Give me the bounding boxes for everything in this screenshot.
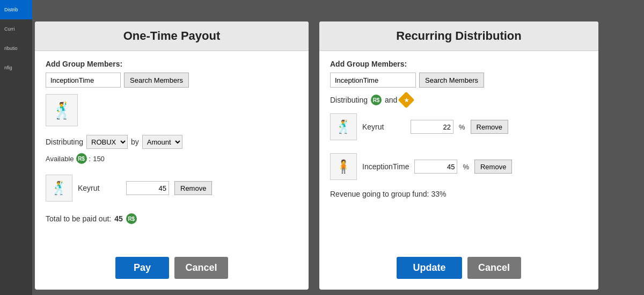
percent-sign-inception: % — [463, 163, 469, 171]
points-icon: ★ — [398, 91, 415, 108]
member-row-keyrut-left: 🕺 Keyrut Remove — [46, 171, 298, 205]
and-label: and — [385, 96, 397, 104]
search-input-right[interactable] — [330, 73, 416, 88]
avatar-preview-left: 🕺 — [46, 94, 78, 126]
member-row-inception-right: 🧍 InceptionTime % Remove — [330, 150, 588, 183]
distributing-row-right: Distributing R$ and ★ — [330, 94, 588, 106]
modal-right-body: Add Group Members: Search Members Distri… — [319, 51, 598, 248]
sidebar-item-distrib[interactable]: Distrib — [0, 0, 32, 19]
cancel-button-left[interactable]: Cancel — [174, 257, 228, 279]
keyrut-percent-input[interactable] — [411, 120, 453, 134]
modal-left-header: One-Time Payout — [35, 21, 309, 51]
member-avatar-keyrut-right: 🕺 — [330, 113, 357, 140]
total-row: Total to be paid out: 45 R$ — [46, 213, 298, 224]
distributing-label-right: Distributing — [330, 96, 368, 104]
modal-left-body: Add Group Members: Search Members 🕺 Dist… — [35, 51, 309, 248]
distributing-label-left: Distributing — [46, 138, 83, 146]
revenue-row: Revenue going to group fund: 33% — [330, 190, 588, 198]
available-row: Available R$ : 150 — [46, 153, 298, 164]
robux-icon-total: R$ — [126, 213, 137, 224]
inception-percent-input[interactable] — [414, 160, 457, 174]
update-button[interactable]: Update — [397, 257, 462, 279]
search-button-left[interactable]: Search Members — [124, 73, 189, 88]
modal-right-footer: Update Cancel — [319, 248, 598, 290]
keyrut-avatar-figure-right: 🕺 — [335, 119, 352, 134]
revenue-label: Revenue going to group fund: — [330, 190, 429, 198]
modals-container: One-Time Payout Add Group Members: Searc… — [30, 16, 644, 295]
modal-left-title: One-Time Payout — [46, 29, 298, 43]
remove-inception-right[interactable]: Remove — [474, 160, 512, 174]
modal-right-header: Recurring Distribution — [319, 21, 598, 51]
avatar-figure-left: 🕺 — [52, 101, 72, 120]
available-separator: : — [89, 155, 91, 163]
remove-keyrut-right[interactable]: Remove — [471, 120, 508, 134]
sidebar-item-nfig[interactable]: nfig — [0, 58, 32, 77]
one-time-payout-modal: One-Time Payout Add Group Members: Searc… — [35, 21, 309, 290]
search-button-right[interactable]: Search Members — [419, 73, 484, 88]
available-amount: 150 — [93, 155, 105, 163]
available-label: Available — [46, 155, 74, 163]
sidebar-item-ributi[interactable]: ributio — [0, 39, 32, 58]
member-name-inception-right: InceptionTime — [362, 162, 409, 171]
search-row-left: Search Members — [46, 73, 298, 88]
inception-avatar-figure-right: 🧍 — [335, 159, 352, 174]
currency-select[interactable]: ROBUX — [86, 135, 128, 149]
modal-left-footer: Pay Cancel — [35, 248, 309, 290]
distributing-row-left: Distributing ROBUX by Amount — [46, 135, 298, 149]
by-label: by — [131, 138, 139, 146]
robux-icon-dist: R$ — [371, 95, 382, 105]
cancel-button-right[interactable]: Cancel — [467, 257, 521, 279]
add-members-label-right: Add Group Members: — [330, 60, 588, 68]
pay-button[interactable]: Pay — [115, 257, 169, 279]
recurring-distribution-modal: Recurring Distribution Add Group Members… — [319, 21, 598, 290]
member-avatar-keyrut-left: 🕺 — [46, 175, 72, 202]
keyrut-avatar-figure-left: 🕺 — [51, 181, 67, 196]
revenue-percent: 33% — [431, 190, 446, 198]
amount-select[interactable]: Amount — [142, 135, 182, 149]
member-name-keyrut-left: Keyrut — [78, 184, 121, 192]
robux-icon-available: R$ — [76, 153, 87, 164]
total-label: Total to be paid out: — [46, 214, 111, 223]
member-avatar-inception-right: 🧍 — [330, 153, 357, 180]
add-members-label-left: Add Group Members: — [46, 60, 298, 68]
member-name-keyrut-right: Keyrut — [362, 123, 405, 131]
member-row-keyrut-right: 🕺 Keyrut % Remove — [330, 110, 588, 143]
search-input-left[interactable] — [46, 73, 121, 88]
sidebar: Distrib Curri ributio nfig — [0, 0, 32, 295]
modal-right-title: Recurring Distribution — [330, 29, 588, 43]
sidebar-item-curri[interactable]: Curri — [0, 19, 32, 39]
remove-keyrut-left[interactable]: Remove — [174, 181, 212, 195]
total-amount: 45 — [114, 214, 123, 223]
keyrut-amount-input[interactable] — [126, 181, 169, 195]
search-row-right: Search Members — [330, 73, 588, 88]
percent-sign-keyrut: % — [459, 123, 465, 131]
